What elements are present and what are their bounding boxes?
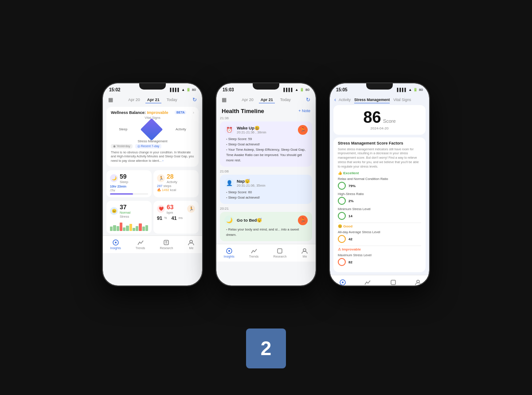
bed-title: Go to Bed😴	[237, 218, 295, 223]
tab-activity[interactable]: Activity	[339, 97, 351, 103]
bpm-value: 63	[167, 203, 174, 211]
bed-action[interactable]: 🏃	[298, 215, 308, 225]
factor-row-5: 82	[338, 258, 421, 266]
tab-stress-mgmt[interactable]: Stress Management	[354, 97, 390, 103]
factors-title: Stress Management Score Factors	[338, 141, 421, 145]
date-tabs-1: Apr 20 Apr 21 Today	[126, 97, 179, 103]
score-display: 86 Score	[338, 110, 421, 125]
date-today-1[interactable]: Today	[165, 97, 179, 103]
factor-name-1: Relax and Normal Condition Ratio	[338, 177, 421, 181]
stress-metric-row: 😐 37 Normal Stress	[110, 203, 148, 219]
pct-label: %	[164, 216, 167, 219]
timeline-events: 21:36 ⏰ Wake Up😃 20:21-21:36 , 38min 🏃	[216, 116, 316, 244]
nav-trends-2[interactable]: Trends	[249, 247, 259, 258]
stress-value: 37	[120, 203, 130, 211]
divider-1	[338, 223, 421, 223]
factor-ring-1	[338, 182, 346, 190]
event-wakeup: 21:36 ⏰ Wake Up😃 20:21-21:36 , 38min 🏃	[220, 116, 312, 167]
wakeup-action[interactable]: 🏃	[298, 125, 308, 135]
nav-me-1[interactable]: Me	[188, 239, 195, 250]
nap-b2: Sleep Goal achieved!	[226, 195, 308, 200]
svg-point-11	[342, 282, 344, 283]
sleep-icon: 🌙	[110, 174, 118, 182]
wellness-title: Wellness Balance: Improvable	[111, 110, 168, 115]
refresh-icon-2[interactable]: ↻	[306, 97, 310, 103]
event-header-wakeup: ⏰ Wake Up😃 20:21-21:36 , 38min 🏃	[224, 125, 308, 135]
factor-max-stress: Maximum Stress Level 82	[338, 253, 421, 266]
nav-insights-1[interactable]: Insights	[110, 239, 121, 250]
research-icon-3	[390, 279, 397, 285]
nap-icon: 👤	[224, 178, 234, 188]
nav-trends-3[interactable]: Trends	[363, 279, 372, 285]
nav-me-2[interactable]: Me	[301, 247, 308, 258]
metrics-grid: 🌙 59 Sleep 10hr 23min /7hr	[106, 170, 199, 197]
factor-avg-stress: All-day Average Stress Level 42	[338, 230, 421, 243]
bed-icon: 🌙	[224, 215, 234, 225]
phone-1-screen: 15:02 ▌▌▌▌ ▲ 🔋 80 ▦ Apr 20 Apr 21	[103, 83, 202, 285]
me-label-2: Me	[303, 255, 307, 258]
factor-row-3: 14	[338, 212, 421, 220]
date-apr21-1[interactable]: Apr 21	[145, 97, 161, 103]
calendar-icon-1[interactable]: ▦	[108, 97, 113, 103]
research-icon-2	[276, 247, 283, 254]
factor-name-4: All-day Average Stress Level	[338, 230, 421, 234]
nap-title: Nap😴	[237, 179, 308, 184]
event-header-nap: 👤 Nap😴 20:31-21:06, 35min	[224, 178, 308, 188]
activity-label: Activity	[176, 127, 186, 131]
diamond-container: Sleep Activity	[111, 121, 194, 137]
wakeup-b2: Sleep Goal achieved!	[226, 142, 308, 147]
nav-me-3[interactable]: Me	[415, 279, 422, 285]
score-date: 2024-04-20	[338, 126, 421, 130]
refresh-icon-1[interactable]: ↻	[192, 97, 197, 103]
insights-label-1: Insights	[110, 246, 121, 250]
event-time-3: 20:21	[220, 207, 312, 211]
phone-2: 15:03 ▌▌▌▌ ▲ 🔋 80 ▦ Apr 20 Apr 21	[215, 82, 317, 286]
me-icon-3	[415, 279, 422, 285]
chevron-right-1[interactable]: ›	[193, 110, 194, 115]
factor-ring-4	[338, 235, 346, 243]
recent-7day-btn[interactable]: ◎ Recent 7-day	[135, 144, 162, 149]
wellness-desc: There is no obvious change in your condi…	[111, 150, 194, 163]
kcal-value: 🔥 1492 kcal	[157, 188, 195, 192]
note-button[interactable]: + Note	[298, 109, 310, 113]
event-time-1: 21:36	[220, 116, 312, 120]
nav-research-3[interactable]: Research	[387, 279, 400, 285]
wakeup-b3: Your Time Asleep, Sleep Efficiency, Slee…	[226, 147, 308, 163]
factor-group-good: 😊 Good All-day Average Stress Level 42	[338, 224, 421, 243]
status-time-3: 15:05	[336, 87, 348, 92]
calendar-icon-2[interactable]: ▦	[222, 97, 227, 103]
activity-icon: 🏃	[157, 174, 165, 182]
nav-research-2[interactable]: Research	[273, 247, 286, 258]
activity-label2: Activity	[167, 180, 177, 184]
phone-3-screen: 15:05 ▌▌▌▌ ▲ 🔋 80 ‹ Activity Stress Mana…	[330, 83, 429, 285]
date-apr21-2[interactable]: Apr 21	[259, 97, 275, 103]
stress-card: 😐 37 Normal Stress	[106, 201, 152, 234]
yesterday-btn[interactable]: ◉ Yesterday	[111, 144, 133, 149]
me-label-1: Me	[189, 246, 194, 250]
steps-value: 287 steps	[157, 184, 195, 188]
date-apr20-2[interactable]: Apr 20	[240, 97, 255, 103]
nav-trends-1[interactable]: Trends	[136, 239, 145, 250]
wellness-section: Wellness Balance: Improvable BETA › Vita…	[106, 107, 199, 167]
nav-bar-2: Insights Trends Research	[216, 244, 316, 262]
trends-label-1: Trends	[136, 246, 145, 250]
phone3-top-nav: ‹ Activity Stress Management Vital Signs	[330, 95, 429, 105]
nav-research-1[interactable]: Research	[160, 239, 173, 250]
stress-label: Stress	[120, 215, 130, 219]
svg-rect-8	[278, 249, 282, 253]
date-today-2[interactable]: Today	[278, 97, 293, 103]
date-apr20-1[interactable]: Apr 20	[126, 97, 142, 103]
score-number: 86	[363, 108, 381, 126]
trends-icon-3	[364, 279, 371, 285]
nav-insights-3[interactable]: Insights	[337, 279, 348, 285]
nav-insights-2[interactable]: Insights	[224, 247, 235, 258]
nap-bullets: Sleep Score: 60 Sleep Goal achieved!	[224, 190, 308, 200]
back-arrow[interactable]: ‹	[334, 97, 336, 103]
factor-val-5: 82	[348, 260, 352, 264]
tab-vital-signs[interactable]: Vital Signs	[393, 97, 411, 103]
stress-hr-grid: 😐 37 Normal Stress	[106, 201, 199, 234]
notch-2	[253, 83, 279, 90]
stress-chart	[110, 220, 148, 231]
factor-relax-ratio: Relax and Normal Condition Ratio 79%	[338, 177, 421, 190]
sleep-perweek: /7hr	[110, 189, 148, 192]
